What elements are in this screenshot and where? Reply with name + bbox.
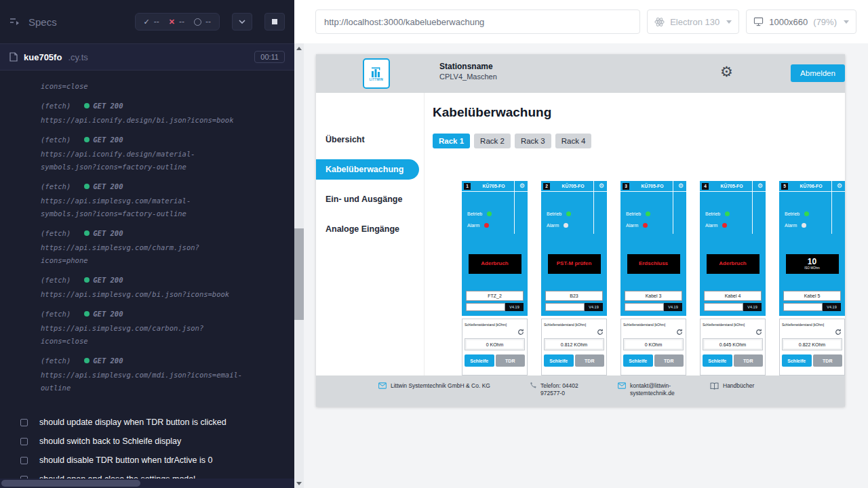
sidebar-item-ein-ausgaenge[interactable]: Ein- und Ausgänge [316, 184, 424, 214]
fetch-tag: (fetch) [41, 136, 71, 144]
tab-rack-2[interactable]: Rack 2 [474, 134, 511, 148]
channel-name: Kabel 4 [704, 291, 762, 301]
specs-menu-icon[interactable] [9, 17, 22, 26]
module-card-1: ⚙ 1KÜ705-FO Betrieb Alarm Aderbruch FTZ_… [462, 181, 528, 375]
request-url: https://api.simplesvg.com/bi.json?icons=… [41, 288, 243, 301]
module-gear-icon[interactable]: ⚙ [678, 181, 684, 190]
test-item[interactable]: should switch back to Schleife display [20, 432, 285, 451]
collapse-button[interactable] [232, 13, 252, 30]
module-slot [466, 303, 505, 311]
stat-passed: ✓-- [144, 17, 159, 26]
settings-gear-icon[interactable]: ⚙ [720, 64, 733, 80]
tab-rack-1[interactable]: Rack 1 [433, 134, 470, 148]
led-label: Betrieb [547, 211, 561, 216]
refresh-icon[interactable] [623, 329, 683, 337]
measure-label: Schleifenwiderstand [kOhm] [782, 322, 842, 327]
network-log-entry[interactable]: (fetch)GET 200 https://api.iconify.desig… [41, 136, 288, 174]
scroll-up-arrow-icon[interactable] [294, 43, 304, 53]
scroll-down-arrow-icon[interactable] [294, 479, 304, 488]
crane-building-icon [370, 66, 382, 77]
check-icon: ✓ [144, 18, 150, 26]
app-sidebar: Übersicht Kabelüberwachung Ein- und Ausg… [316, 93, 425, 375]
success-dot-icon [84, 358, 90, 363]
log-wrapped-line: icons=close [41, 81, 288, 91]
iso-value: 10 [808, 258, 816, 266]
network-log-entry[interactable]: (fetch)GET 200 https://api.simplesvg.com… [41, 182, 288, 220]
tdr-button[interactable]: TDR [813, 354, 843, 367]
module-gear-icon[interactable]: ⚙ [757, 181, 763, 190]
network-log-entry[interactable]: (fetch)GET 200 https://api.simplesvg.com… [41, 276, 288, 301]
refresh-icon[interactable] [782, 329, 842, 337]
test-list: should update display when TDR button is… [0, 413, 294, 488]
module-number: 3 [623, 183, 629, 190]
channel-name: Kabel 3 [625, 291, 682, 301]
measure-panel: Schleifenwiderstand [kOhm] 0.822 KOhm Sc… [779, 319, 845, 375]
firmware-version: V4.19 [743, 303, 762, 311]
tdr-button[interactable]: TDR [734, 354, 764, 367]
firmware-version: V4.19 [823, 303, 841, 311]
app-header: LITTWIN Stationsname CPLV4_Maschen ⚙ Abm… [316, 54, 845, 93]
vertical-scrollbar[interactable] [294, 0, 304, 488]
measure-value: 0 KOhm [623, 338, 684, 350]
viewport-size: 1000x660 [769, 17, 808, 27]
horizontal-scrollbar-thumb[interactable] [1, 480, 140, 487]
url-input[interactable]: http://localhost:3000/kabelueberwachung [315, 9, 640, 34]
network-log-entry[interactable]: (fetch)GET 200 https://api.iconify.desig… [41, 102, 288, 127]
tab-rack-3[interactable]: Rack 3 [515, 134, 551, 148]
test-item[interactable]: should update display when TDR button is… [20, 413, 285, 432]
viewport-icon [753, 17, 764, 26]
schleife-button[interactable]: Schleife [465, 354, 494, 367]
test-state-icon [20, 438, 28, 445]
vertical-scrollbar-track[interactable] [294, 43, 304, 488]
pending-count: -- [205, 17, 211, 26]
spec-file-row[interactable]: kue705fo .cy.ts 00:11 [0, 43, 294, 70]
module-gear-icon[interactable]: ⚙ [837, 181, 842, 190]
horizontal-scrollbar[interactable] [0, 479, 294, 488]
stop-button[interactable] [264, 13, 285, 30]
http-status: GET 200 [93, 310, 123, 318]
request-url: https://api.simplesvg.com/mdi.json?icons… [41, 369, 243, 394]
success-dot-icon [84, 103, 90, 108]
module-slot [783, 303, 823, 311]
tdr-button[interactable]: TDR [496, 354, 526, 367]
success-dot-icon [84, 184, 90, 189]
failed-count: -- [179, 17, 184, 26]
module-number: 5 [781, 183, 788, 190]
firmware-version: V4.19 [585, 303, 603, 311]
refresh-icon[interactable] [465, 329, 524, 337]
viewport-selector[interactable]: 1000x660 (79%) [746, 9, 856, 34]
request-url: https://api.simplesvg.com/carbon.json?ic… [41, 322, 243, 348]
footer-manuals[interactable]: Handbücher [710, 382, 754, 390]
module-card-4: ⚙ 4KÜ705-FO Betrieb Alarm Aderbruch Kabe… [700, 181, 766, 375]
schleife-button[interactable]: Schleife [782, 354, 812, 367]
network-log-entry[interactable]: (fetch)GET 200 https://api.simplesvg.com… [41, 357, 288, 394]
tdr-button[interactable]: TDR [575, 354, 605, 367]
passed-count: -- [154, 17, 159, 26]
refresh-icon[interactable] [703, 329, 762, 337]
schleife-button[interactable]: Schleife [623, 354, 653, 367]
book-icon [710, 382, 719, 390]
sidebar-item-kabelueberwachung[interactable]: Kabelüberwachung [316, 159, 419, 180]
tab-rack-4[interactable]: Rack 4 [555, 134, 592, 148]
test-item[interactable]: should disable TDR button when tdrActive… [20, 451, 285, 470]
vertical-scrollbar-thumb[interactable] [294, 228, 304, 320]
spec-name: kue705fo [24, 52, 62, 62]
fetch-tag: (fetch) [41, 276, 71, 284]
module-gear-icon[interactable]: ⚙ [519, 181, 525, 190]
logout-button[interactable]: Abmelden [791, 64, 845, 82]
footer-email: kontakt@littwin-systemtechnik.de [618, 382, 692, 397]
http-status: GET 200 [93, 182, 123, 190]
module-gear-icon[interactable]: ⚙ [599, 181, 604, 190]
browser-selector[interactable]: Electron 130 [647, 9, 739, 34]
network-log-entry[interactable]: (fetch)GET 200 https://api.simplesvg.com… [41, 310, 288, 348]
schleife-button[interactable]: Schleife [703, 354, 732, 367]
sidebar-item-analoge-eingaenge[interactable]: Analoge Eingänge [316, 214, 424, 244]
led-label: Betrieb [785, 211, 800, 216]
network-log-entry[interactable]: (fetch)GET 200 https://api.simplesvg.com… [41, 229, 288, 267]
stat-pending: -- [194, 17, 211, 26]
tdr-button[interactable]: TDR [654, 354, 684, 367]
refresh-icon[interactable] [544, 329, 604, 337]
specs-label: Specs [28, 16, 57, 28]
sidebar-item-uebersicht[interactable]: Übersicht [316, 125, 424, 155]
schleife-button[interactable]: Schleife [544, 354, 574, 367]
